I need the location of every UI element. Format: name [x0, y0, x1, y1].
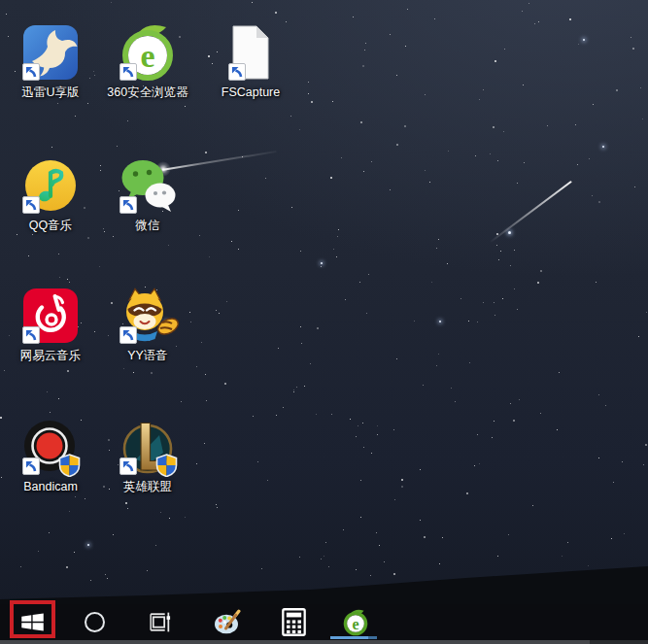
desktop-icon-bandicam[interactable]: Bandicam — [2, 419, 99, 494]
cortana-circle-icon — [85, 612, 105, 632]
desktop-icon-qq-music[interactable]: QQ音乐 — [2, 157, 99, 233]
desktop-screen: 迅雷U享版 e 360安全浏览器 — [0, 0, 648, 644]
uac-shield-icon — [154, 454, 179, 477]
desktop-icon-360-browser[interactable]: e 360安全浏览器 — [99, 24, 196, 100]
start-button[interactable] — [10, 604, 55, 640]
document-icon — [222, 24, 279, 81]
icon-label: 360安全浏览器 — [107, 85, 188, 100]
paint-app-button[interactable] — [208, 604, 247, 640]
shortcut-arrow-icon — [119, 326, 137, 344]
uac-shield-icon — [57, 454, 82, 477]
icon-label: FSCapture — [222, 85, 280, 100]
icon-label: 英雄联盟 — [123, 479, 172, 494]
svg-text:e: e — [352, 615, 358, 631]
task-view-icon — [147, 609, 173, 635]
desktop-icon-league-of-legends[interactable]: 英雄联盟 — [99, 419, 196, 494]
desktop-icon-xunlei-u[interactable]: 迅雷U享版 — [2, 24, 99, 100]
active-app-indicator — [330, 636, 377, 639]
icon-label: Bandicam — [23, 479, 78, 494]
calculator-icon — [282, 608, 306, 636]
cortana-button[interactable] — [75, 604, 114, 640]
icon-label: YY语音 — [127, 348, 168, 363]
360-browser-icon: e — [342, 609, 369, 636]
xunlei-icon — [22, 24, 79, 81]
shortcut-arrow-icon — [119, 63, 137, 81]
svg-text:e: e — [140, 38, 154, 74]
wechat-icon — [119, 157, 176, 214]
360-browser-taskbar-button[interactable]: e — [334, 604, 377, 640]
icon-label: QQ音乐 — [29, 218, 72, 233]
icon-label: 迅雷U享版 — [21, 85, 79, 100]
shortcut-arrow-icon — [22, 196, 40, 214]
shortcut-arrow-icon — [22, 326, 40, 344]
shortcut-arrow-icon — [119, 196, 137, 214]
calculator-app-button[interactable] — [274, 604, 313, 640]
shortcut-arrow-icon — [228, 63, 246, 81]
netease-cloud-music-icon — [22, 288, 79, 344]
shortcut-arrow-icon — [119, 458, 137, 475]
desktop-icon-yy-voice[interactable]: YY语音 — [99, 288, 196, 363]
paint-palette-icon — [214, 609, 241, 635]
desktop-icon-wechat[interactable]: 微信 — [99, 157, 196, 233]
windows-logo-icon — [19, 609, 46, 635]
yy-mascot-icon — [119, 288, 176, 344]
desktop-icon-fscapture[interactable]: FSCapture — [200, 24, 301, 100]
icon-label: 网易云音乐 — [20, 348, 82, 363]
league-of-legends-icon — [119, 419, 176, 475]
screen-bottom-edge — [0, 640, 648, 644]
shortcut-arrow-icon — [22, 458, 40, 475]
360-browser-icon: e — [119, 24, 176, 81]
shortcut-arrow-icon — [22, 63, 40, 81]
task-view-button[interactable] — [140, 604, 179, 640]
taskbar: e — [0, 604, 648, 640]
desktop-icon-netease-music[interactable]: 网易云音乐 — [2, 288, 99, 363]
bandicam-icon — [22, 419, 79, 475]
qq-music-icon — [22, 157, 79, 214]
icon-label: 微信 — [136, 218, 160, 233]
